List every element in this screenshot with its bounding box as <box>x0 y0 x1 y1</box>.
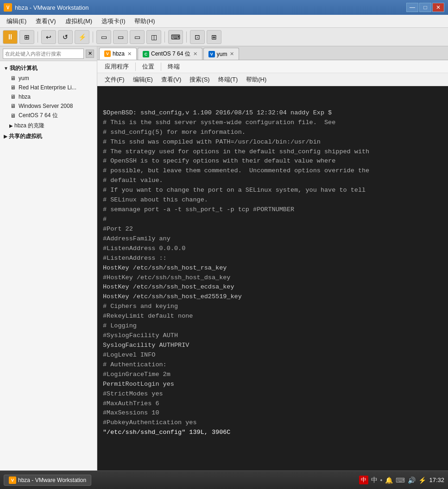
taskbar-sys-icon-1[interactable]: 中 <box>371 476 378 484</box>
terminal-line: #LogLevel INFO <box>103 351 442 360</box>
terminal-line: # This is the sshd server system-wide co… <box>103 118 442 128</box>
toolbar-btn-7[interactable]: ▭ <box>113 30 128 44</box>
tab-icon-hbza: V <box>104 50 111 57</box>
close-button[interactable]: ✕ <box>432 3 444 12</box>
app-menu-apps[interactable]: 应用程序 <box>101 62 133 72</box>
tmenu-help[interactable]: 帮助(H) <box>242 75 270 85</box>
terminal-menu-bar: 文件(F) 编辑(E) 查看(V) 搜索(S) 终端(T) 帮助(H) <box>97 73 448 86</box>
terminal-line: #MaxSessions 10 <box>103 408 442 418</box>
taskbar-right: 中 中 • 🔔 ⌨ 🔊 ⚡ 17:32 <box>359 476 444 484</box>
terminal-line: # SELinux about this change. <box>103 195 442 205</box>
terminal-line: #LoginGraceTime 2m <box>103 370 442 380</box>
terminal-line: # This sshd was compiled with PATH=/usr/… <box>103 138 442 147</box>
app-menu-terminal[interactable]: 终端 <box>164 62 183 72</box>
tab-centos[interactable]: C CentOS 7 64 位 ✕ <box>138 48 202 60</box>
clone-section[interactable]: ▶ hbza 的克隆 <box>0 120 97 131</box>
toolbar-sep-2 <box>93 31 93 43</box>
toolbar-btn-2[interactable]: ⊞ <box>19 30 34 44</box>
tmenu-file[interactable]: 文件(F) <box>101 75 128 85</box>
tree-item-redhat[interactable]: 🖥 Red Hat Enterprise Li... <box>0 83 97 92</box>
tree-item-windows[interactable]: 🖥 Windows Server 2008 <box>0 101 97 111</box>
taskbar-sys-icon-4[interactable]: ⌨ <box>396 476 405 484</box>
taskbar: V hbza - VMware Workstation 中 中 • 🔔 ⌨ 🔊 … <box>0 470 448 489</box>
menu-tabs[interactable]: 选项卡(I) <box>97 16 130 27</box>
terminal-line: #RekeyLimit default none <box>103 312 442 321</box>
terminal-line: #SyslogFacility AUTH <box>103 331 442 341</box>
app-icon: V <box>4 3 12 12</box>
tab-close-yum[interactable]: ✕ <box>230 51 234 57</box>
ime-button[interactable]: 中 <box>359 476 368 484</box>
toolbar-btn-11[interactable]: ⊡ <box>190 30 205 44</box>
clone-label: hbza 的克隆 <box>14 122 44 130</box>
maximize-button[interactable]: □ <box>419 3 431 12</box>
tab-yum[interactable]: V yum ✕ <box>203 48 240 60</box>
menu-help[interactable]: 帮助(H) <box>130 16 159 27</box>
tree-item-yum[interactable]: 🖥 yum <box>0 74 97 83</box>
vm-icon-yum: 🖥 <box>9 75 17 82</box>
panel-close-button[interactable]: ✕ <box>86 50 94 58</box>
terminal-content[interactable]: $OpenBSD: sshd_config,v 1.100 2016/08/15… <box>97 86 448 477</box>
my-computer-label: 我的计算机 <box>10 64 38 72</box>
toolbar-sep-3 <box>164 31 165 43</box>
toolbar-btn-12[interactable]: ⊞ <box>207 30 221 44</box>
toolbar-btn-4[interactable]: ↺ <box>58 30 73 44</box>
tree-area: ▼ 我的计算机 🖥 yum 🖥 Red Hat Enterprise Li...… <box>0 61 97 476</box>
toolbar-btn-10[interactable]: ⌨ <box>168 30 183 44</box>
taskbar-sys-icon-5[interactable]: 🔊 <box>408 476 416 484</box>
tab-icon-yum: V <box>208 51 215 57</box>
minimize-button[interactable]: — <box>406 3 418 12</box>
terminal-line: "/etc/ssh/sshd_config" 139L, 3906C <box>103 428 442 438</box>
title-bar: V hbza - VMware Workstation — □ ✕ <box>0 0 448 15</box>
shared-label: 共享的虚拟机 <box>9 132 42 140</box>
terminal-line: #ListenAddress :: <box>103 254 442 263</box>
menu-vm[interactable]: 虚拟机(M) <box>61 16 97 27</box>
search-input[interactable] <box>3 49 84 59</box>
expand-icon: ▼ <box>4 66 8 71</box>
taskbar-sys-icon-6[interactable]: ⚡ <box>418 476 426 484</box>
tmenu-view[interactable]: 查看(V) <box>158 75 185 85</box>
terminal-line: #MaxAuthTries 6 <box>103 399 442 409</box>
terminal-line: # semanage port -a -t ssh_port_t -p tcp … <box>103 205 442 215</box>
window-controls: — □ ✕ <box>406 3 444 12</box>
tree-item-hbza[interactable]: 🖥 hbza <box>0 92 97 101</box>
toolbar-btn-3[interactable]: ↩ <box>41 30 56 44</box>
taskbar-app-item[interactable]: V hbza - VMware Workstation <box>4 475 91 486</box>
taskbar-sys-icon-2[interactable]: • <box>380 476 383 484</box>
expand-clone-icon: ▶ <box>9 123 13 128</box>
terminal-line: #PubkeyAuthentication yes <box>103 418 442 428</box>
tmenu-terminal[interactable]: 终端(T) <box>215 75 242 85</box>
tree-item-centos[interactable]: 🖥 CentOS 7 64 位 <box>0 111 97 120</box>
tab-close-hbza[interactable]: ✕ <box>127 51 132 57</box>
tmenu-edit[interactable]: 编辑(E) <box>129 75 157 85</box>
shared-section[interactable]: ▶ 共享的虚拟机 <box>0 131 97 142</box>
vm-icon-hbza: 🖥 <box>9 93 17 100</box>
terminal-line: HostKey /etc/ssh/ssh_host_ed25519_key <box>103 292 442 302</box>
vm-icon-redhat: 🖥 <box>9 84 17 91</box>
left-panel: ✕ ▼ 我的计算机 🖥 yum 🖥 Red Hat Enterprise Li.… <box>0 46 97 489</box>
tmenu-search[interactable]: 搜索(S) <box>186 75 213 85</box>
app-menu-bar: 应用程序 位置 终端 <box>97 60 448 73</box>
time-display: 17:32 <box>429 476 444 483</box>
terminal-line: # sshd_config(5) for more information. <box>103 128 442 138</box>
terminal-line: PermitRootLogin yes <box>103 380 442 389</box>
my-computer-section[interactable]: ▼ 我的计算机 <box>0 63 97 74</box>
tab-bar: V hbza ✕ C CentOS 7 64 位 ✕ V yum ✕ <box>97 46 448 60</box>
tab-hbza[interactable]: V hbza ✕ <box>99 48 137 60</box>
app-menu-location[interactable]: 位置 <box>139 62 158 72</box>
menu-edit[interactable]: 编辑(E) <box>2 16 31 27</box>
pause-btn[interactable]: ⏸ <box>3 30 18 44</box>
toolbar-btn-9[interactable]: ◫ <box>146 30 161 44</box>
toolbar-btn-8[interactable]: ▭ <box>130 30 145 44</box>
main-menu-bar: 编辑(E) 查看(V) 虚拟机(M) 选项卡(I) 帮助(H) <box>0 15 448 28</box>
toolbar-btn-5[interactable]: ⚡ <box>75 30 89 44</box>
tab-close-centos[interactable]: ✕ <box>193 51 197 57</box>
terminal-line: HostKey /etc/ssh/ssh_host_rsa_key <box>103 263 442 273</box>
main-layout: ✕ ▼ 我的计算机 🖥 yum 🖥 Red Hat Enterprise Li.… <box>0 46 448 489</box>
tab-icon-centos: C <box>143 51 149 57</box>
menu-view[interactable]: 查看(V) <box>31 16 60 27</box>
toolbar-btn-6[interactable]: ▭ <box>96 30 111 44</box>
terminal-line: # Logging <box>103 321 442 331</box>
toolbar-sep-1 <box>38 31 38 43</box>
taskbar-sys-icon-3[interactable]: 🔔 <box>385 476 393 484</box>
app-menu-sep-2 <box>161 63 161 71</box>
